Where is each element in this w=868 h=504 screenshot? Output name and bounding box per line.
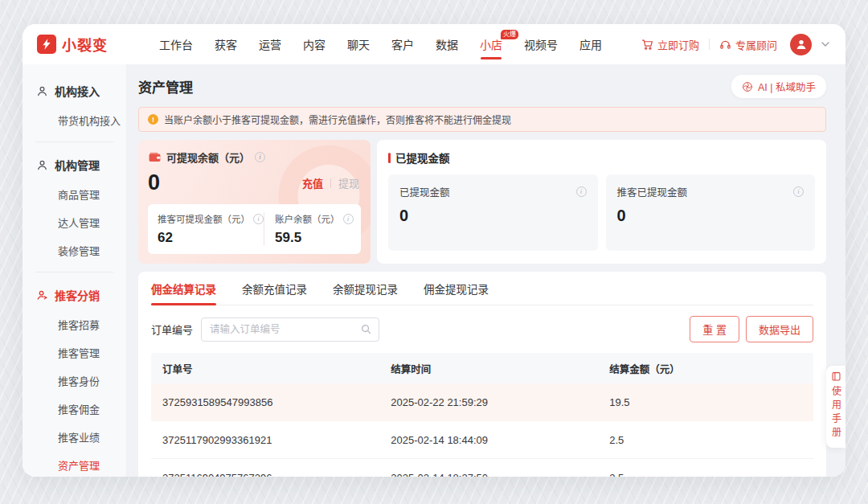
order-no-input[interactable] bbox=[201, 318, 379, 342]
nav-item-apps[interactable]: 应用 bbox=[579, 24, 602, 64]
sidebar-group-org-manage[interactable]: 机构管理 bbox=[23, 150, 126, 180]
nav-item-acquisition[interactable]: 获客 bbox=[215, 24, 237, 64]
cell-order-no: 3725116904975767296 bbox=[151, 472, 379, 477]
balance-value: 0 bbox=[148, 172, 160, 194]
promoter-withdrawable-label: 推客可提现金额（元） bbox=[158, 212, 250, 225]
cell-settle-amount: 2.5 bbox=[598, 472, 813, 477]
promoter-withdrawn-label: 推客已提现金额 bbox=[617, 184, 688, 199]
person-share-icon bbox=[36, 289, 48, 301]
manual-book-icon bbox=[831, 371, 841, 382]
cell-settle-amount: 2.5 bbox=[598, 434, 813, 446]
records-tabs: 佣金结算记录 余额充值记录 余额提现记录 佣金提现记录 bbox=[151, 272, 813, 305]
info-icon[interactable]: i bbox=[576, 186, 587, 197]
ai-assistant-button[interactable]: AI | 私域助手 bbox=[731, 75, 826, 98]
account-balance-label: 账户余额（元） bbox=[275, 212, 340, 225]
nav-item-chat[interactable]: 聊天 bbox=[347, 24, 370, 64]
records-panel: 佣金结算记录 余额充值记录 余额提现记录 佣金提现记录 订单编号 重 置 数据导… bbox=[138, 272, 826, 477]
col-order-no: 订单号 bbox=[151, 361, 379, 376]
hot-badge: 火爆 bbox=[501, 30, 518, 39]
nav-item-shop[interactable]: 小店 火爆 bbox=[480, 24, 502, 64]
sidebar-item-promoter-performance[interactable]: 推客业绩 bbox=[23, 423, 126, 451]
warning-text: 当账户余额小于推客可提现金额，需进行充值操作，否则推客将不能进行佣金提现 bbox=[164, 113, 511, 126]
person-icon bbox=[36, 159, 48, 171]
cell-settle-time: 2025-02-22 21:59:29 bbox=[379, 396, 598, 408]
withdraw-button[interactable]: 提现 bbox=[338, 175, 359, 191]
sidebar-item-org-access-entry[interactable]: 带货机构接入 bbox=[23, 106, 126, 134]
brand-name: 小裂变 bbox=[62, 34, 108, 55]
withdrawn-section-title: 已提现金额 bbox=[395, 150, 450, 166]
tab-balance-withdraw[interactable]: 余额提现记录 bbox=[333, 272, 398, 305]
wallet-icon bbox=[148, 150, 162, 164]
info-icon[interactable]: i bbox=[253, 214, 264, 224]
main-nav: 工作台 获客 运营 内容 聊天 客户 数据 小店 火爆 视频号 应用 bbox=[159, 24, 602, 64]
tab-commission-settlement[interactable]: 佣金结算记录 bbox=[151, 272, 216, 305]
nav-item-data[interactable]: 数据 bbox=[436, 24, 458, 64]
info-icon[interactable]: i bbox=[255, 152, 265, 162]
advisor-button[interactable]: 专属顾问 bbox=[719, 37, 777, 52]
nav-item-workbench[interactable]: 工作台 bbox=[159, 24, 193, 64]
divider bbox=[35, 272, 113, 272]
balance-title: 可提现余额（元） bbox=[166, 150, 250, 165]
sidebar-item-promoter-commission[interactable]: 推客佣金 bbox=[23, 395, 126, 423]
order-now-button[interactable]: 立即订购 bbox=[641, 37, 699, 52]
user-icon bbox=[795, 38, 808, 51]
info-icon[interactable]: i bbox=[793, 186, 804, 197]
manual-label: 使用手册 bbox=[829, 386, 843, 440]
main-content: 资产管理 AI | 私域助手 ! 当账户余额小于推客可提现金额，需进行充值操作，… bbox=[127, 64, 845, 477]
sidebar-group-org-access[interactable]: 机构接入 bbox=[23, 76, 126, 106]
nav-item-video[interactable]: 视频号 bbox=[524, 24, 558, 64]
cart-icon bbox=[641, 39, 653, 51]
tab-commission-withdraw[interactable]: 佣金提现记录 bbox=[424, 272, 489, 305]
nav-item-customer[interactable]: 客户 bbox=[391, 24, 414, 64]
search-icon[interactable] bbox=[360, 323, 372, 335]
divider bbox=[330, 178, 331, 188]
reset-button[interactable]: 重 置 bbox=[690, 316, 739, 342]
brand-logo[interactable]: 小裂变 bbox=[37, 34, 145, 55]
sidebar-item-promoter-identity[interactable]: 推客身份 bbox=[23, 367, 126, 395]
headset-icon bbox=[719, 39, 731, 51]
table-row[interactable]: 3725117902993361921 2025-02-14 18:44:09 … bbox=[151, 421, 813, 459]
avatar[interactable] bbox=[790, 34, 812, 55]
cell-settle-amount: 19.5 bbox=[598, 396, 813, 408]
user-manual-tab[interactable]: 使用手册 bbox=[826, 366, 845, 448]
table-row[interactable]: 3725116904975767296 2025-02-14 18:27:50 … bbox=[151, 459, 813, 477]
cell-order-no: 3725931589547993856 bbox=[151, 396, 379, 408]
promoter-withdrawn-value: 0 bbox=[617, 207, 805, 225]
tab-balance-recharge[interactable]: 余额充值记录 bbox=[242, 272, 307, 305]
promoter-withdrawn-box: 推客已提现金额 i 0 bbox=[606, 174, 816, 251]
chevron-down-icon[interactable] bbox=[821, 42, 829, 47]
withdrawn-amount-card: 已提现金额 已提现金额 i 0 推客已提现金额 bbox=[377, 140, 826, 264]
warning-icon: ! bbox=[148, 114, 158, 125]
brand-logo-icon bbox=[37, 35, 56, 54]
cell-settle-time: 2025-02-14 18:44:09 bbox=[379, 434, 598, 446]
app-window: 小裂变 工作台 获客 运营 内容 聊天 客户 数据 小店 火爆 视频号 应用 立… bbox=[23, 24, 845, 477]
sidebar-item-decor-manage[interactable]: 装修管理 bbox=[23, 236, 126, 264]
order-no-label: 订单编号 bbox=[151, 322, 193, 337]
withdrawable-balance-card: 可提现余额（元） i 0 充值 提现 推客可提现金额（元）i bbox=[138, 140, 371, 264]
sidebar-item-talent-manage[interactable]: 达人管理 bbox=[23, 208, 126, 236]
sidebar: 机构接入 带货机构接入 机构管理 商品管理 达人管理 装修管理 推客分销 推客招… bbox=[23, 64, 127, 477]
withdrawn-amount-box: 已提现金额 i 0 bbox=[388, 174, 598, 251]
nav-item-content[interactable]: 内容 bbox=[303, 24, 326, 64]
sidebar-item-asset-manage[interactable]: 资产管理 bbox=[23, 451, 126, 477]
table-row[interactable]: 3725931589547993856 2025-02-22 21:59:29 … bbox=[151, 383, 813, 421]
export-data-button[interactable]: 数据导出 bbox=[746, 316, 813, 342]
account-balance-value: 59.5 bbox=[275, 230, 354, 246]
withdrawn-amount-label: 已提现金额 bbox=[399, 184, 450, 199]
info-icon[interactable]: i bbox=[343, 214, 354, 224]
nav-item-operation[interactable]: 运营 bbox=[259, 24, 281, 64]
sidebar-item-product-manage[interactable]: 商品管理 bbox=[23, 180, 126, 208]
sidebar-group-promoter[interactable]: 推客分销 bbox=[23, 280, 126, 310]
col-settle-time: 结算时间 bbox=[379, 361, 598, 376]
navbar-right: 立即订购 专属顾问 bbox=[641, 34, 829, 55]
cell-order-no: 3725117902993361921 bbox=[151, 434, 379, 446]
cell-settle-time: 2025-02-14 18:27:50 bbox=[379, 472, 598, 477]
warning-banner: ! 当账户余额小于推客可提现金额，需进行充值操作，否则推客将不能进行佣金提现 bbox=[138, 107, 826, 132]
sidebar-item-promoter-manage[interactable]: 推客管理 bbox=[23, 338, 126, 367]
recharge-button[interactable]: 充值 bbox=[302, 175, 323, 191]
sidebar-item-promoter-recruit[interactable]: 推客招募 bbox=[23, 310, 126, 338]
page-title: 资产管理 bbox=[138, 76, 193, 96]
active-tab-underline bbox=[481, 57, 502, 59]
settlement-table: 订单号 结算时间 结算金额（元） 3725931589547993856 202… bbox=[151, 353, 813, 477]
person-icon bbox=[36, 85, 48, 97]
